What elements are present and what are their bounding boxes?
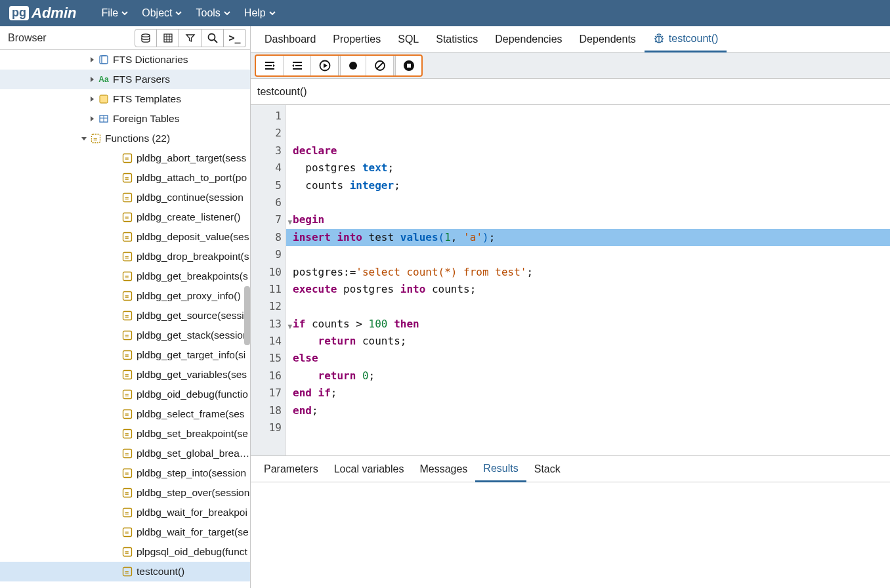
line-number[interactable]: 11	[251, 281, 282, 298]
tree-item[interactable]: ≡pldbg_wait_for_breakpoi	[0, 503, 250, 522]
code-line[interactable]: counts integer;	[293, 177, 890, 194]
step-over-button[interactable]	[284, 56, 311, 75]
tree-item[interactable]: ≡pldbg_get_proxy_info()	[0, 286, 250, 306]
tree-item[interactable]: ≡testcount()	[0, 562, 250, 581]
tree-item[interactable]: FTS Templates	[0, 89, 250, 109]
menu-file[interactable]: File	[95, 0, 135, 26]
tree-item[interactable]: ≡pldbg_continue(session	[0, 188, 250, 207]
tab-properties[interactable]: Properties	[324, 26, 389, 52]
tree-item[interactable]: FTS Dictionaries	[0, 50, 250, 70]
code-line[interactable]: end if;	[293, 385, 890, 402]
code-line[interactable]: insert into test values(1, 'a');	[286, 229, 890, 246]
code-line[interactable]: begin	[293, 211, 890, 228]
bottom-tab-local-variables[interactable]: Local variables	[326, 456, 412, 482]
fold-icon[interactable]: ▼	[287, 318, 292, 335]
code-line[interactable]	[293, 194, 890, 211]
code-line[interactable]: end;	[293, 402, 890, 419]
bottom-tab-results[interactable]: Results	[475, 456, 526, 482]
grid-icon-button[interactable]	[157, 29, 179, 47]
menu-help[interactable]: Help	[238, 0, 283, 26]
code-editor[interactable]: 1234567▼8910111213▼141516171819 declare …	[251, 105, 890, 456]
terminal-icon-button[interactable]: >_	[224, 29, 246, 47]
tree-item[interactable]: ≡pldbg_abort_target(sess	[0, 148, 250, 168]
code-body[interactable]: declare postgres text; counts integer;be…	[286, 105, 890, 455]
bottom-tab-stack[interactable]: Stack	[526, 456, 568, 482]
bottom-tab-parameters[interactable]: Parameters	[256, 456, 326, 482]
line-number[interactable]: 14	[251, 333, 282, 350]
tree-item[interactable]: Foreign Tables	[0, 109, 250, 129]
toggle-breakpoint-button[interactable]	[339, 56, 366, 75]
code-line[interactable]: else	[293, 350, 890, 367]
tab-dashboard[interactable]: Dashboard	[256, 26, 324, 52]
step-into-button[interactable]	[256, 56, 284, 75]
bottom-tab-messages[interactable]: Messages	[412, 456, 475, 482]
fold-icon[interactable]: ▼	[287, 214, 292, 231]
line-number[interactable]: 18	[251, 402, 282, 419]
file-tab[interactable]: testcount()	[251, 79, 890, 105]
code-line[interactable]	[293, 125, 890, 142]
tab-testcount[interactable]: testcount()	[645, 26, 727, 52]
tab-statistics[interactable]: Statistics	[427, 26, 486, 52]
line-number[interactable]: 12	[251, 298, 282, 315]
tree-item[interactable]: ≡pldbg_get_source(sessio	[0, 306, 250, 326]
tree-item[interactable]: ≡Functions (22)	[0, 129, 250, 148]
tree-item[interactable]: ≡pldbg_attach_to_port(po	[0, 168, 250, 188]
line-number[interactable]: 5	[251, 177, 282, 194]
tree[interactable]: FTS DictionariesAaFTS ParsersFTS Templat…	[0, 50, 250, 588]
menu-tools[interactable]: Tools	[189, 0, 237, 26]
code-line[interactable]: postgres:='select count(*) from test';	[293, 264, 890, 281]
stop-button[interactable]	[394, 56, 421, 75]
line-number[interactable]: 7▼	[251, 211, 282, 228]
menu-object[interactable]: Object	[135, 0, 189, 26]
search-icon-button[interactable]	[201, 29, 224, 47]
tree-item[interactable]: ≡pldbg_get_target_info(si	[0, 345, 250, 365]
line-number[interactable]: 8	[251, 229, 282, 246]
tree-item[interactable]: ≡pldbg_get_breakpoints(s	[0, 266, 250, 286]
tree-item[interactable]: ≡pldbg_set_breakpoint(se	[0, 424, 250, 444]
line-number[interactable]: 1	[251, 108, 282, 125]
tree-item[interactable]: ≡pldbg_step_over(session	[0, 483, 250, 503]
filter-icon-button[interactable]	[179, 29, 201, 47]
line-number[interactable]: 19	[251, 419, 282, 436]
tree-item[interactable]: ≡pldbg_step_into(session	[0, 463, 250, 483]
clear-breakpoints-button[interactable]	[366, 56, 394, 75]
code-line[interactable]	[293, 108, 890, 125]
code-line[interactable]: if counts > 100 then	[293, 316, 890, 333]
tree-item[interactable]: ≡pldbg_drop_breakpoint(s	[0, 247, 250, 266]
servers-icon-button[interactable]	[135, 29, 157, 47]
code-line[interactable]: execute postgres into counts;	[293, 281, 890, 298]
line-number[interactable]: 3	[251, 142, 282, 159]
tree-item[interactable]: ≡pldbg_oid_debug(functio	[0, 385, 250, 404]
tree-item[interactable]: ≡plpgsql_oid_debug(funct	[0, 542, 250, 562]
tree-item[interactable]: ≡pldbg_set_global_breakp	[0, 444, 250, 463]
tree-item[interactable]: ≡pldbg_create_listener()	[0, 207, 250, 227]
code-line[interactable]: return counts;	[293, 333, 890, 350]
line-number[interactable]: 6	[251, 194, 282, 211]
scrollbar-thumb[interactable]	[244, 286, 250, 345]
tab-dependencies[interactable]: Dependencies	[486, 26, 570, 52]
line-number[interactable]: 10	[251, 264, 282, 281]
tree-item[interactable]: ≡pldbg_get_stack(session	[0, 326, 250, 345]
code-line[interactable]: return 0;	[293, 368, 890, 385]
line-number[interactable]: 2	[251, 125, 282, 142]
line-number[interactable]: 9	[251, 246, 282, 263]
tree-item[interactable]: ≡pldbg_wait_for_target(se	[0, 522, 250, 542]
code-line[interactable]	[293, 419, 890, 436]
tree-item[interactable]: ≡pldbg_deposit_value(ses	[0, 227, 250, 247]
tree-item[interactable]: ≡pldbg_select_frame(ses	[0, 404, 250, 424]
tree-item[interactable]: AaFTS Parsers	[0, 70, 250, 89]
code-line[interactable]	[293, 246, 890, 263]
code-line[interactable]: declare	[293, 142, 890, 159]
tree-icon: ≡	[121, 369, 134, 380]
tab-sql[interactable]: SQL	[389, 26, 427, 52]
line-number[interactable]: 16	[251, 368, 282, 385]
code-line[interactable]	[293, 298, 890, 315]
continue-button[interactable]	[311, 56, 339, 75]
line-number[interactable]: 4	[251, 159, 282, 177]
tree-item[interactable]: ≡pldbg_get_variables(ses	[0, 365, 250, 385]
line-number[interactable]: 13▼	[251, 316, 282, 333]
line-number[interactable]: 15	[251, 350, 282, 367]
line-number[interactable]: 17	[251, 385, 282, 402]
code-line[interactable]: postgres text;	[293, 159, 890, 177]
tab-dependents[interactable]: Dependents	[571, 26, 645, 52]
